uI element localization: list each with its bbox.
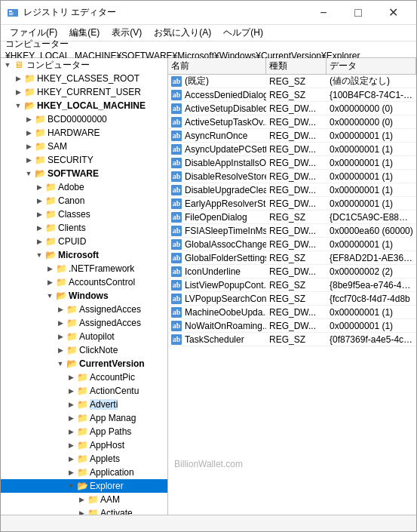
expand-icon[interactable]: ▶	[34, 182, 44, 192]
tree-item-apppaths[interactable]: ▶ 📁 App Paths	[1, 425, 167, 438]
expand-icon[interactable]: ▶	[66, 413, 76, 423]
col-header-type[interactable]: 種類	[266, 58, 327, 74]
tree-item-adobe[interactable]: ▶ 📁 Adobe	[1, 180, 167, 194]
table-row[interactable]: abNoWaitOnRoaming...REG_DW...0x00000001 …	[168, 319, 416, 333]
expand-icon[interactable]: ▼	[34, 250, 44, 260]
table-row[interactable]: ab(既定)REG_SZ(値の設定なし)	[168, 75, 416, 88]
expand-icon[interactable]: ▶	[66, 467, 76, 478]
tree-item-explorer[interactable]: ▼ 📂 Explorer	[1, 479, 167, 493]
folder-icon: 📁	[76, 399, 88, 410]
expand-icon[interactable]: ▼	[66, 481, 76, 491]
close-button[interactable]: ✕	[376, 1, 410, 25]
expand-icon[interactable]: ▶	[23, 141, 34, 152]
table-row[interactable]: abGlobalAssocChange...REG_DW...0x0000000…	[168, 238, 416, 251]
tree-item-hklm[interactable]: ▼ 📂 HKEY_LOCAL_MACHINE	[1, 99, 167, 112]
expand-icon[interactable]: ▶	[44, 277, 55, 288]
table-row[interactable]: abTaskSchedulerREG_SZ{0f87369f-a4e5-4cfc…	[168, 333, 416, 346]
tree-item-adverti[interactable]: ▶ 📁 Adverti	[1, 398, 167, 411]
expand-icon[interactable]: ▶	[23, 128, 34, 138]
tree-item-security[interactable]: ▶ 📁 SECURITY	[1, 153, 167, 167]
tree-item-assignedacces2[interactable]: ▶ 📁 AssignedAcces	[1, 316, 167, 330]
tree-item-actioncentu[interactable]: ▶ 📁 ActionCentu	[1, 384, 167, 398]
expand-icon[interactable]: ▶	[44, 263, 55, 274]
table-row[interactable]: abLVPopupSearchCon...REG_SZ{fccf70c8-f4d…	[168, 292, 416, 306]
table-row[interactable]: abIconUnderlineREG_DW...0x00000002 (2)	[168, 265, 416, 278]
tree-item-hkcr[interactable]: ▶ 📁 HKEY_CLASSES_ROOT	[1, 72, 167, 85]
expand-icon[interactable]: ▶	[66, 372, 76, 383]
expand-icon[interactable]: ▼	[23, 168, 34, 179]
table-row[interactable]: abFileOpenDialogREG_SZ{DC1C5A9C-E88A-4d	[168, 211, 416, 224]
expand-icon[interactable]: ▶	[66, 426, 76, 437]
expand-icon[interactable]: ▶	[55, 345, 66, 355]
tree-item-appmanag[interactable]: ▶ 📁 App Manag	[1, 411, 167, 425]
table-row[interactable]: abFSIASleepTimeInMsREG_DW...0x0000ea60 (…	[168, 224, 416, 238]
cell-name-text: AsyncUpdatePCSett...	[185, 144, 266, 155]
expand-icon[interactable]: ▶	[23, 114, 34, 125]
reg-icon: ab	[171, 131, 182, 141]
table-row[interactable]: abAsyncUpdatePCSett...REG_DW...0x0000000…	[168, 143, 416, 156]
tree-item-assignedacces1[interactable]: ▶ 📁 AssignedAcces	[1, 303, 167, 316]
tree-item-aam[interactable]: ▶ 📁 AAM	[1, 493, 167, 506]
reg-icon: ab	[171, 226, 182, 236]
expand-icon[interactable]: ▶	[66, 440, 76, 451]
tree-item-applets[interactable]: ▶ 📁 Applets	[1, 452, 167, 466]
expand-icon[interactable]: ▶	[13, 87, 23, 97]
table-row[interactable]: abDisableResolveStore...REG_DW...0x00000…	[168, 170, 416, 183]
tree-item-software[interactable]: ▼ 📂 SOFTWARE	[1, 167, 167, 180]
table-row[interactable]: abMachineOobeUpda...REG_DW...0x00000001 …	[168, 306, 416, 319]
expand-icon[interactable]: ▶	[66, 454, 76, 464]
expand-icon[interactable]: ▶	[55, 318, 66, 328]
expand-icon[interactable]: ▼	[2, 60, 13, 70]
expand-icon[interactable]: ▶	[55, 331, 66, 342]
tree-item-autopilot[interactable]: ▶ 📁 Autopilot	[1, 330, 167, 343]
tree-item-apphost[interactable]: ▶ 📁 AppHost	[1, 438, 167, 452]
tree-item-canon[interactable]: ▶ 📁 Canon	[1, 194, 167, 208]
expand-icon[interactable]: ▶	[34, 195, 44, 206]
minimize-button[interactable]: −	[306, 1, 341, 25]
expand-icon[interactable]: ▶	[34, 209, 44, 220]
tree-item-windows[interactable]: ▼ 📂 Windows	[1, 289, 167, 303]
tree-item-bcd[interactable]: ▶ 📁 BCD00000000	[1, 112, 167, 126]
tree-item-computer[interactable]: ▼ 🖥 コンピューター	[1, 58, 167, 72]
tree-item-currentversion[interactable]: ▼ 📂 CurrentVersion	[1, 357, 167, 371]
table-row[interactable]: abActiveSetupDisabledREG_DW...0x00000000…	[168, 102, 416, 115]
tree-item-clients[interactable]: ▶ 📁 Clients	[1, 221, 167, 235]
col-header-name[interactable]: 名前	[168, 58, 266, 74]
tree-item-accountscontrol[interactable]: ▶ 📁 AccountsControl	[1, 275, 167, 289]
tree-item-microsoft[interactable]: ▼ 📂 Microsoft	[1, 248, 167, 262]
expand-icon[interactable]: ▼	[55, 358, 66, 369]
expand-icon[interactable]: ▶	[13, 73, 23, 84]
tree-item-clicknote[interactable]: ▶ 📁 ClickNote	[1, 343, 167, 357]
table-row[interactable]: abDisableAppInstallsO...REG_DW...0x00000…	[168, 156, 416, 170]
expand-icon[interactable]: ▶	[76, 494, 87, 505]
tree-item-dotnet[interactable]: ▶ 📁 .NETFramework	[1, 262, 167, 275]
expand-icon[interactable]: ▼	[44, 291, 55, 301]
tree-item-sam[interactable]: ▶ 📁 SAM	[1, 140, 167, 153]
expand-icon[interactable]: ▶	[66, 399, 76, 410]
svg-rect-2	[9, 13, 14, 14]
tree-item-accountpic[interactable]: ▶ 📁 AccountPic	[1, 371, 167, 384]
expand-icon[interactable]: ▶	[23, 155, 34, 165]
table-row[interactable]: abActiveSetupTaskOv...REG_DW...0x0000000…	[168, 115, 416, 129]
table-row[interactable]: abDisableUpgradeClea...REG_DW...0x000000…	[168, 183, 416, 197]
table-row[interactable]: abEarlyAppResolverSt...REG_DW...0x000000…	[168, 197, 416, 211]
tree-panel[interactable]: ▼ 🖥 コンピューター ▶ 📁 HKEY_CLASSES_ROOT ▶ 📁 HK…	[1, 58, 168, 515]
table-row[interactable]: abAccessDeniedDialogREG_SZ{100B4FC8-74C1…	[168, 88, 416, 102]
tree-item-activate[interactable]: ▶ 📁 Activate	[1, 506, 167, 515]
expand-icon[interactable]: ▶	[55, 304, 66, 315]
expand-icon[interactable]: ▶	[34, 223, 44, 233]
table-row[interactable]: abListViewPopupCont...REG_SZ{8be9f5ea-e7…	[168, 278, 416, 292]
tree-item-application[interactable]: ▶ 📁 Application	[1, 466, 167, 479]
table-row[interactable]: abGlobalFolderSettingsREG_SZ{EF8AD2D1-AE…	[168, 251, 416, 265]
expand-icon[interactable]: ▶	[34, 236, 44, 247]
tree-item-cpuid[interactable]: ▶ 📁 CPUID	[1, 235, 167, 248]
tree-item-classes[interactable]: ▶ 📁 Classes	[1, 208, 167, 221]
tree-item-hkcu[interactable]: ▶ 📁 HKEY_CURRENT_USER	[1, 85, 167, 99]
tree-item-hardware[interactable]: ▶ 📁 HARDWARE	[1, 126, 167, 140]
expand-icon[interactable]: ▼	[13, 100, 23, 111]
maximize-button[interactable]: □	[341, 1, 376, 25]
expand-icon[interactable]: ▶	[66, 386, 76, 396]
table-row[interactable]: abAsyncRunOnceREG_DW...0x00000001 (1)	[168, 129, 416, 143]
col-header-data[interactable]: データ	[327, 58, 416, 74]
expand-icon[interactable]: ▶	[76, 508, 87, 515]
